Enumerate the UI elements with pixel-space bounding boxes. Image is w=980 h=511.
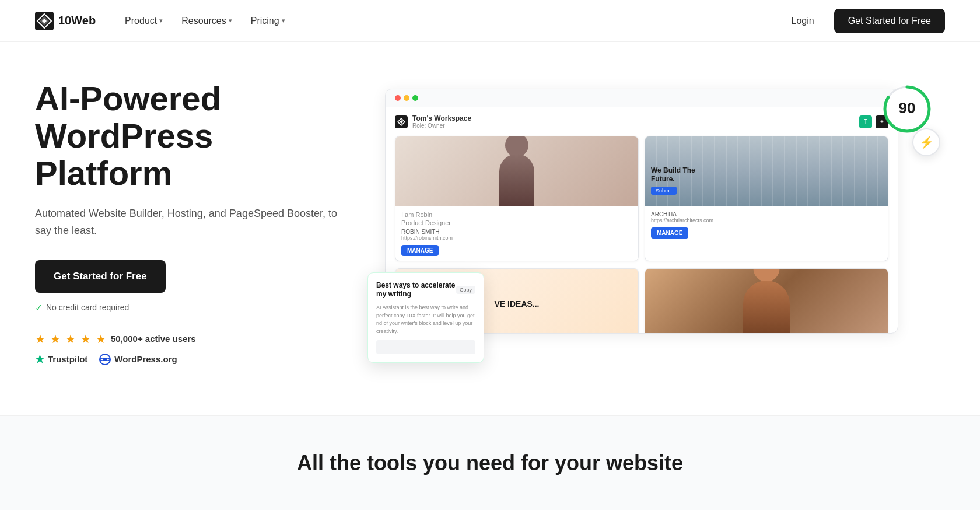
workspace-role: Role: Owner [412, 123, 471, 129]
hero-content: AI-Powered WordPress Platform Automated … [35, 80, 338, 366]
ai-input-placeholder[interactable] [376, 340, 475, 354]
hero-section: AI-Powered WordPress Platform Automated … [0, 42, 980, 415]
logo-text: 10Web [58, 14, 96, 27]
hero-illustration: 90 ⚡ [373, 77, 945, 369]
ai-card-input-area [376, 340, 475, 354]
photo-body [743, 281, 790, 334]
hero-title-line2: WordPress Platform [35, 117, 213, 192]
person-figure [499, 148, 534, 206]
workspace-header: Tom's Workspace Role: Owner T + [386, 107, 898, 129]
social-proof: ★ ★ ★ ★ ★ 50,000+ active users ★ Trustpi… [35, 332, 338, 366]
window-dots [395, 95, 418, 101]
site-card-archtia: We Build TheFuture. Submit ARCHTIA https… [645, 136, 888, 261]
copy-badge[interactable]: Copy [456, 286, 475, 294]
hero-title: AI-Powered WordPress Platform [35, 80, 338, 191]
trust-row: ★ Trustpilot WordPress.org [35, 353, 338, 366]
star-1: ★ [35, 332, 46, 346]
site-url-robin: https://robinsmith.com [401, 235, 632, 241]
site-owner-name: ROBIN SMITH [401, 229, 632, 235]
action-t-icon: T [864, 118, 867, 125]
star-3: ★ [65, 332, 76, 346]
manage-button-archtia[interactable]: MANAGE [651, 228, 688, 239]
trustpilot-badge[interactable]: ★ Trustpilot [35, 353, 88, 366]
hero-cta-button[interactable]: Get Started for Free [35, 260, 166, 293]
logo-icon [35, 12, 54, 30]
nav-cta-button[interactable]: Get Started for Free [834, 9, 945, 33]
login-button[interactable]: Login [783, 11, 822, 31]
nav-left: 10Web Product ▾ Resources ▾ Pricing ▾ [35, 11, 293, 31]
ai-card-title: Best ways to acceleratemy writing [376, 281, 455, 299]
bottom-title: All the tools you need for your website [35, 451, 945, 475]
site-image-robin [396, 136, 638, 206]
trustpilot-star-icon: ★ [35, 353, 44, 366]
hero-subtitle: Automated Website Builder, Hosting, and … [35, 205, 338, 239]
star-2: ★ [50, 332, 61, 346]
minimize-dot [404, 95, 410, 101]
no-cc-text: No credit card required [46, 303, 129, 312]
photo-figure [743, 272, 790, 334]
arch-headline: We Build TheFuture. [651, 166, 695, 183]
manage-button-robin[interactable]: MANAGE [401, 245, 439, 256]
sites-grid-top: I am Robin Product Designer ROBIN SMITH … [386, 129, 898, 268]
pricing-label: Pricing [251, 16, 279, 26]
lightning-badge: ⚡ [912, 128, 940, 156]
product-label: Product [125, 16, 157, 26]
ai-writing-card: Best ways to acceleratemy writing Copy A… [368, 272, 484, 363]
workspace-name: Tom's Workspace [412, 114, 471, 123]
nav-links: Product ▾ Resources ▾ Pricing ▾ [117, 11, 293, 31]
nav-pricing[interactable]: Pricing ▾ [243, 11, 293, 31]
star-4: ★ [80, 332, 91, 346]
logo[interactable]: 10Web [35, 12, 96, 30]
wordpress-label: WordPress.org [114, 354, 177, 364]
check-icon: ✓ [35, 302, 43, 313]
robin-role-text: I am Robin [401, 211, 632, 218]
lightning-icon: ⚡ [919, 135, 934, 149]
svg-text:90: 90 [899, 99, 916, 117]
building-visual: We Build TheFuture. Submit [645, 136, 888, 206]
score-ring-svg: 90 [881, 83, 933, 135]
arch-image: We Build TheFuture. Submit [645, 136, 888, 206]
bottom-section: All the tools you need for your website [0, 415, 980, 510]
arch-cta-small: Submit [651, 187, 677, 195]
photo-image [645, 269, 888, 334]
arch-text-overlay: We Build TheFuture. Submit [651, 166, 695, 195]
photo-head [754, 269, 780, 282]
dashboard-mockup: 90 ⚡ [373, 77, 945, 369]
navbar: 10Web Product ▾ Resources ▾ Pricing ▾ Lo… [0, 0, 980, 42]
pricing-chevron-icon: ▾ [282, 17, 285, 24]
ideas-text: VE IDEAS... [494, 299, 539, 309]
person-image [396, 136, 638, 206]
star-5: ★ [96, 332, 106, 346]
site-url-archtia: https://archtiarchitects.com [651, 218, 882, 223]
site-image-shila [645, 269, 888, 334]
svg-marker-7 [400, 120, 403, 124]
workspace-logo-icon [395, 116, 408, 128]
site-info-robin: I am Robin Product Designer ROBIN SMITH … [396, 206, 638, 261]
site-image-archtia: We Build TheFuture. Submit [645, 136, 888, 206]
trustpilot-label: Trustpilot [48, 354, 88, 364]
site-card-robin: I am Robin Product Designer ROBIN SMITH … [395, 136, 639, 261]
tenweb-small-icon [397, 118, 405, 126]
expand-dot [412, 95, 418, 101]
wordpress-badge[interactable]: WordPress.org [99, 354, 177, 365]
site-info-archtia: ARCHTIA https://archtiarchitects.com MAN… [645, 206, 888, 243]
wordpress-icon [99, 354, 111, 365]
product-chevron-icon: ▾ [159, 17, 163, 24]
resources-label: Resources [181, 16, 226, 26]
dashboard-header [386, 89, 898, 107]
nav-product[interactable]: Product ▾ [117, 11, 171, 31]
no-credit-card-notice: ✓ No credit card required [35, 302, 338, 313]
ai-card-header: Best ways to acceleratemy writing Copy [376, 281, 475, 299]
stars-row: ★ ★ ★ ★ ★ 50,000+ active users [35, 332, 338, 346]
nav-resources[interactable]: Resources ▾ [173, 11, 240, 31]
robin-title-text: Product Designer [401, 219, 632, 226]
person-body [499, 154, 534, 206]
close-dot [395, 95, 401, 101]
nav-right: Login Get Started for Free [783, 9, 945, 33]
site-card-shila: SHILA https://shila.com MANAGE [645, 268, 888, 334]
resources-chevron-icon: ▾ [229, 17, 232, 24]
hero-title-line1: AI-Powered [35, 79, 221, 117]
action-icon-green[interactable]: T [859, 116, 872, 128]
ai-card-body: AI Assistant is the best way to write an… [376, 304, 475, 335]
site-owner-archtia: ARCHTIA [651, 211, 882, 218]
